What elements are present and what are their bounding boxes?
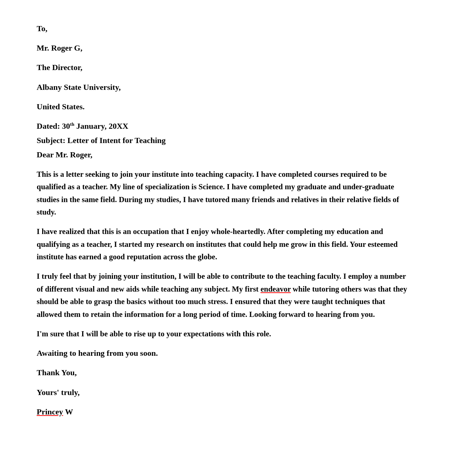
- to-label: To,: [37, 22, 411, 35]
- paragraph-3: I truly feel that by joining your instit…: [37, 270, 411, 321]
- signature-line: Princey W: [37, 405, 411, 418]
- salutation: Dear Mr. Roger,: [37, 148, 411, 161]
- subject-line: Subject: Letter of Intent for Teaching: [37, 134, 411, 147]
- paragraph-2: I have realized that this is an occupati…: [37, 225, 411, 263]
- signature-name: Princey: [37, 407, 63, 416]
- date-line: Dated: 30th January, 20XX: [37, 120, 411, 132]
- thank-you-line: Thank You,: [37, 366, 411, 379]
- awaiting-line: Awaiting to hearing from you soon.: [37, 347, 411, 359]
- recipient-title: The Director,: [37, 61, 411, 74]
- letter-container: To, Mr. Roger G, The Director, Albany St…: [22, 15, 425, 432]
- endeavor-word: endeavor: [260, 285, 290, 293]
- paragraph-1: This is a letter seeking to join your in…: [37, 168, 411, 219]
- yours-truly-line: Yours' truly,: [37, 386, 411, 399]
- signature-initial: W: [63, 407, 73, 416]
- country: United States.: [37, 100, 411, 113]
- institution-name: Albany State University,: [37, 81, 411, 94]
- date-subject-block: Dated: 30th January, 20XX Subject: Lette…: [37, 120, 411, 161]
- paragraph-4: I'm sure that I will be able to rise up …: [37, 328, 411, 340]
- recipient-name: Mr. Roger G,: [37, 41, 411, 54]
